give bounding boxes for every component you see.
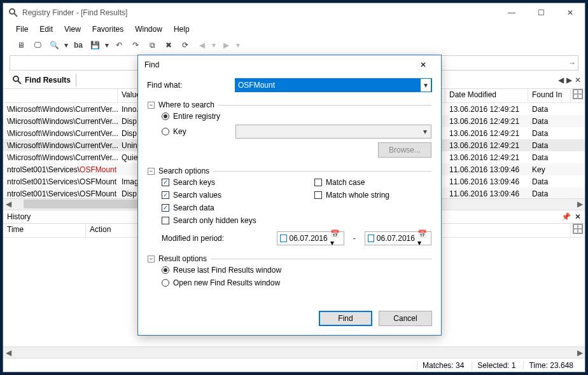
tool-delete-icon[interactable]: ✖ xyxy=(161,38,176,53)
history-grid-icon[interactable] xyxy=(571,224,585,237)
tool-computer-icon[interactable]: 🖥 xyxy=(13,38,29,53)
svg-point-0 xyxy=(10,9,15,14)
dialog-titlebar: Find ✕ xyxy=(138,55,441,74)
status-time: Time: 23.648 xyxy=(523,361,578,370)
tool-refresh-icon[interactable]: ⟳ xyxy=(178,38,193,53)
scroll-left-icon[interactable]: ◀ xyxy=(3,200,13,208)
tool-search-icon[interactable]: 🔍 xyxy=(46,38,62,53)
col-name-blank[interactable] xyxy=(3,89,118,102)
toolbar: 🖥 🖵 🔍 ▾ ba 💾 ▾ ↶ ↷ ⧉ ✖ ⟳ ◀ ▾ ▶ ▾ xyxy=(3,36,585,54)
calendar-icon[interactable]: 📅▾ xyxy=(417,229,428,247)
group-where-label: Where to search xyxy=(158,100,214,109)
menubar: File Edit View Favorites Window Help xyxy=(3,22,585,36)
svg-line-3 xyxy=(18,81,21,84)
cancel-button[interactable]: Cancel xyxy=(379,311,432,326)
check-whole-string[interactable]: Match whole string xyxy=(314,191,389,200)
tool-fwd-dropdown[interactable]: ▾ xyxy=(235,38,241,53)
chevron-down-icon[interactable]: ▾ xyxy=(421,79,431,92)
dialog-title: Find xyxy=(144,60,412,69)
grid-view-icon[interactable] xyxy=(571,89,585,102)
tool-monitor-icon[interactable]: 🖵 xyxy=(30,38,45,53)
app-icon xyxy=(8,8,18,18)
check-search-data[interactable]: Search data xyxy=(162,203,289,212)
col-date[interactable]: Date Modified xyxy=(445,89,528,102)
dialog-close-button[interactable]: ✕ xyxy=(412,55,435,74)
date-from[interactable]: 06.07.2016📅▾ xyxy=(277,231,344,245)
collapse-result-icon[interactable]: − xyxy=(148,256,155,262)
go-arrow-icon[interactable]: → xyxy=(566,58,578,67)
modified-period-label: Modified in period: xyxy=(162,234,272,243)
tab-label: Find Results xyxy=(25,76,71,85)
status-matches: Matches: 34 xyxy=(417,361,469,370)
tool-back-icon[interactable]: ◀ xyxy=(194,38,209,53)
radio-new-window[interactable]: Open new Find Results window xyxy=(162,278,431,287)
menu-file[interactable]: File xyxy=(16,25,28,34)
tool-search-dropdown[interactable]: ▾ xyxy=(63,38,69,53)
find-what-input[interactable] xyxy=(238,81,419,90)
date-to[interactable]: 06.07.2016📅▾ xyxy=(365,231,431,245)
statusbar: Matches: 34 Selected: 1 Time: 23.648 xyxy=(3,358,585,372)
menu-favorites[interactable]: Favorites xyxy=(92,25,123,34)
scroll-right-icon[interactable]: ▶ xyxy=(575,200,585,208)
tab-find-results[interactable]: Find Results xyxy=(7,74,76,86)
tool-replace-icon[interactable]: ba xyxy=(71,38,86,53)
tool-undo-icon[interactable]: ↶ xyxy=(111,38,127,53)
find-what-combo[interactable]: ▾ xyxy=(235,78,432,92)
find-button[interactable]: Find xyxy=(319,311,372,326)
key-combo[interactable]: ▾ xyxy=(235,125,431,139)
menu-help[interactable]: Help xyxy=(174,25,190,34)
maximize-button[interactable]: ☐ xyxy=(526,3,556,22)
check-hidden-keys[interactable]: Search only hidden keys xyxy=(162,216,289,225)
group-result-label: Result options xyxy=(158,254,207,263)
menu-window[interactable]: Window xyxy=(135,25,162,34)
titlebar: Registry Finder - [Find Results] — ☐ ✕ xyxy=(3,3,585,22)
find-dialog: Find ✕ Find what: ▾ − Where to search En… xyxy=(137,55,442,336)
chevron-down-icon[interactable]: ▾ xyxy=(420,125,430,138)
check-search-values[interactable]: Search values xyxy=(162,191,289,200)
history-close-icon[interactable]: ✕ xyxy=(575,212,581,221)
check-match-case[interactable]: Match case xyxy=(314,178,389,187)
find-what-label: Find what: xyxy=(147,81,230,90)
radio-key[interactable]: Key xyxy=(162,127,230,136)
tool-copy-icon[interactable]: ⧉ xyxy=(144,38,160,53)
col-found[interactable]: Found In xyxy=(528,89,571,102)
history-col-time[interactable]: Time xyxy=(3,224,86,237)
tool-save-dropdown[interactable]: ▾ xyxy=(104,38,110,53)
minimize-button[interactable]: — xyxy=(497,3,526,22)
collapse-where-icon[interactable]: − xyxy=(148,102,155,109)
group-options-label: Search options xyxy=(158,167,209,175)
bottom-hscroll[interactable]: ◀ ▶ xyxy=(3,346,585,358)
tab-prev-icon[interactable]: ◀ xyxy=(558,76,564,85)
svg-point-2 xyxy=(13,76,18,81)
scroll-left-icon[interactable]: ◀ xyxy=(3,348,13,357)
menu-view[interactable]: View xyxy=(64,25,81,34)
tab-close-icon[interactable]: ✕ xyxy=(575,76,581,85)
tool-fwd-icon[interactable]: ▶ xyxy=(218,38,234,53)
close-button[interactable]: ✕ xyxy=(556,3,585,22)
tool-back-dropdown[interactable]: ▾ xyxy=(211,38,217,53)
calendar-icon[interactable]: 📅▾ xyxy=(330,229,341,247)
menu-edit[interactable]: Edit xyxy=(39,25,53,34)
svg-line-1 xyxy=(14,13,17,17)
browse-button[interactable]: Browse... xyxy=(378,142,431,158)
pin-icon[interactable]: 📌 xyxy=(561,212,571,221)
tool-save-icon[interactable]: 💾 xyxy=(87,38,102,53)
tab-next-icon[interactable]: ▶ xyxy=(566,76,572,85)
collapse-options-icon[interactable]: − xyxy=(148,168,155,175)
radio-entire-registry[interactable]: Entire registry xyxy=(162,112,431,121)
history-title: History xyxy=(7,212,31,221)
search-icon xyxy=(12,75,22,85)
check-search-keys[interactable]: Search keys xyxy=(162,178,289,187)
status-selected: Selected: 1 xyxy=(472,361,521,370)
radio-reuse-window[interactable]: Reuse last Find Results window xyxy=(162,266,431,275)
window-title: Registry Finder - [Find Results] xyxy=(22,8,497,17)
tool-redo-icon[interactable]: ↷ xyxy=(128,38,143,53)
scroll-right-icon[interactable]: ▶ xyxy=(575,348,585,357)
